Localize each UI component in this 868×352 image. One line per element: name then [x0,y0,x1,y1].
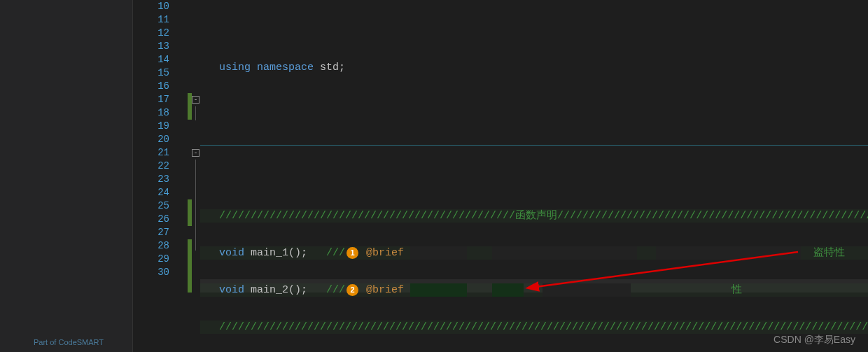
fold-toggle-icon[interactable]: - [192,149,200,157]
redacted-text: xxxxxxxxx [410,283,467,297]
fold-guide [195,106,196,120]
keyword: namespace [257,62,314,73]
badge-number: 1 [346,247,358,259]
doc-tag: @brief [366,247,404,259]
line-number: 13 [133,40,176,53]
sidebar-footer-label: Part of CodeSMART [34,338,104,346]
comment-trail: 性 [732,284,742,296]
code-line[interactable]: ////////////////////////////////////////… [200,321,868,334]
line-gutter: 10 11 12 13 14 15 16 17 18 19 20 21 22 2… [133,0,176,352]
line-number: 16 [133,80,176,93]
comment: ////////////////////////////////////////… [557,210,868,222]
watermark-label: CSDN @李易Easy [774,334,855,346]
code-line[interactable]: void main_2(); ///2 @brief xxxxxxxxx xxx… [200,283,868,297]
function-decl: main_2(); [251,284,307,296]
line-number: 30 [133,266,176,279]
code-line[interactable]: void main_1(); ///1 @brief xxxxxxxxx xxx… [200,246,868,260]
line-number: 22 [133,160,176,173]
line-number: 21 [133,146,176,160]
fold-column: - - [176,0,200,352]
line-number: 19 [133,120,176,133]
line-number: 14 [133,53,176,66]
line-number: 20 [133,133,176,146]
badge-number: 2 [346,284,358,296]
code-line[interactable]: using namespace std; [200,61,868,74]
line-number: 29 [133,253,176,266]
line-number: 11 [133,13,176,27]
line-number: 26 [133,213,176,226]
line-number: 10 [133,0,176,13]
line-number: 17 [133,93,176,106]
keyword: using [219,62,251,73]
line-number: 25 [133,199,176,213]
code-line[interactable] [200,135,868,148]
comment: ////////////////////////////////////////… [219,210,515,222]
sidebar-panel: Part of CodeSMART [0,0,133,352]
keyword: void [219,284,244,296]
line-number: 28 [133,239,176,253]
redacted-text: xxxxx [492,283,524,297]
line-number: 24 [133,186,176,199]
function-decl: main_1(); [251,247,307,259]
keyword: void [219,247,244,259]
redacted-text: xxxxxxxxx [410,246,467,260]
comment: ////////////////////////////////////////… [219,321,868,333]
comment-trail: 盗特性 [813,247,845,259]
code-editor[interactable]: 10 11 12 13 14 15 16 17 18 19 20 21 22 2… [133,0,868,352]
doc-tag: @brief [366,284,404,296]
identifier: std; [320,62,345,73]
code-line[interactable] [200,24,868,37]
redacted-text: xxxxxxxxxxxxxx [542,283,631,297]
comment: /// [326,247,345,259]
comment: /// [326,284,345,296]
line-number: 12 [133,27,176,40]
line-number: 23 [133,173,176,186]
line-number: 27 [133,226,176,239]
fold-toggle-icon[interactable]: - [192,96,200,104]
redacted-text: xxxxxxxxxxxxxxxxxxxxxxx [656,246,801,260]
line-number: 18 [133,106,176,120]
line-number: 15 [133,66,176,80]
redacted-text: xxxxxxxxxxxxxxxxxxxxxxx [492,246,637,260]
code-line[interactable]: ////////////////////////////////////////… [200,209,868,223]
code-line[interactable] [200,98,868,111]
fold-guide [195,160,196,251]
comment-label: 函数声明 [515,210,557,222]
code-area[interactable]: using namespace std; ///////////////////… [200,0,868,352]
code-line[interactable] [200,172,868,185]
